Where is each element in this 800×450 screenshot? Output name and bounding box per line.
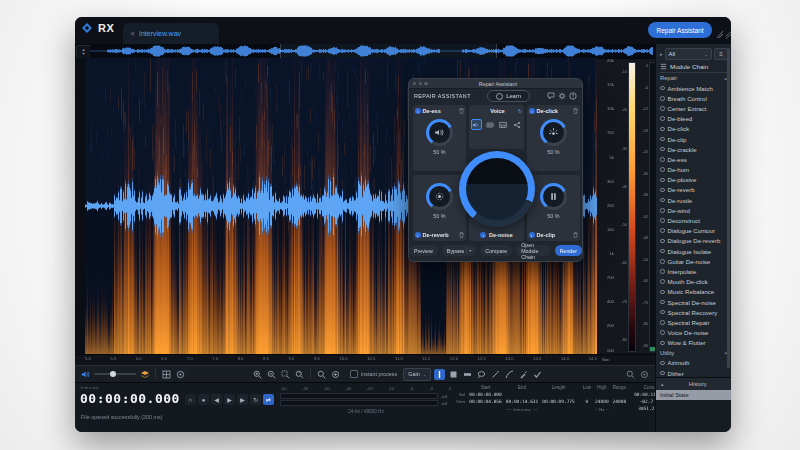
de-ess-delete-icon[interactable] — [459, 108, 464, 114]
dialog-titlebar[interactable]: Repair Assistant — [409, 79, 582, 89]
overview-view-region[interactable] — [280, 44, 497, 58]
overview-down-icon[interactable]: ▼ — [82, 52, 86, 56]
de-clip-delete-icon[interactable] — [573, 232, 578, 238]
bypass-button[interactable]: Bypass ▾ — [442, 245, 476, 256]
preview-button[interactable]: Preview — [409, 245, 438, 256]
tape-type-icon[interactable] — [484, 119, 495, 130]
monitor-volume-slider[interactable] — [94, 369, 136, 380]
sidebar-item-dialogue-isolate[interactable]: Dialogue Isolate — [660, 246, 728, 256]
compare-button[interactable]: Compare — [480, 245, 512, 256]
learn-button[interactable]: Learn — [487, 90, 530, 102]
feedback-icon[interactable] — [546, 92, 555, 101]
time-selection-tool[interactable] — [434, 369, 445, 380]
loop-button[interactable]: ↻ — [250, 394, 261, 405]
sidebar-item-breath-control[interactable]: Breath Control — [660, 93, 728, 103]
zoom-reset-icon[interactable] — [294, 369, 305, 380]
sidebar-item-de-reverb[interactable]: De-reverb — [660, 185, 728, 195]
minimize-window-icon[interactable] — [419, 82, 422, 85]
de-clip-info-icon[interactable]: i — [529, 232, 535, 238]
open-module-chain-button[interactable]: Open Module Chain — [516, 245, 551, 256]
voice-refresh-icon[interactable]: ↻ — [518, 108, 522, 114]
settings-gear-icon[interactable] — [557, 92, 566, 101]
amplitude-colorbar[interactable] — [628, 62, 636, 352]
de-clip-knob[interactable] — [540, 183, 567, 210]
loop-playback-button[interactable]: ⇄ — [263, 394, 274, 405]
close-window-icon[interactable] — [413, 82, 416, 85]
tab-close-icon[interactable]: ✕ — [130, 30, 135, 37]
instant-process-checkbox[interactable]: instant process — [350, 370, 397, 378]
sidebar-item-de-plosive[interactable]: De-plosive — [660, 175, 728, 185]
checkbox-box[interactable] — [350, 370, 358, 378]
zoom-in-icon[interactable] — [252, 369, 263, 380]
find-similar-icon[interactable] — [625, 369, 636, 380]
de-ess-knob[interactable] — [426, 119, 453, 146]
sidebar-item-guitar-de-noise[interactable]: Guitar De-noise — [660, 256, 728, 266]
spectrogram-settings-icon[interactable] — [175, 369, 186, 380]
de-reverb-knob[interactable] — [426, 183, 453, 210]
more-options-icon[interactable] — [639, 369, 650, 380]
de-click-delete-icon[interactable] — [573, 108, 578, 114]
master-amount-knob[interactable] — [459, 151, 535, 227]
layout-icon[interactable] — [725, 25, 731, 35]
monitor-volume-icon[interactable] — [80, 369, 91, 380]
lasso-selection-tool[interactable] — [476, 369, 487, 380]
sidebar-item-de-rustle[interactable]: De-rustle — [660, 195, 728, 205]
frequency-selection-tool[interactable] — [462, 369, 473, 380]
confirm-selection-icon[interactable] — [532, 369, 543, 380]
sidebar-item-azimuth[interactable]: Azimuth — [660, 358, 728, 368]
music-type-icon[interactable] — [498, 119, 509, 130]
sidebar-item-deconstruct[interactable]: Deconstruct — [660, 215, 728, 225]
sidebar-item-dialogue-contour[interactable]: Dialogue Contour — [660, 226, 728, 236]
sidebar-item-de-crackle[interactable]: De-crackle — [660, 144, 728, 154]
de-click-knob[interactable] — [540, 119, 567, 146]
composite-view-icon[interactable] — [139, 369, 150, 380]
de-ess-info-icon[interactable]: i — [415, 108, 421, 114]
time-frequency-selection-tool[interactable] — [448, 369, 459, 380]
process-module-dropdown[interactable]: Gain ⌄ — [403, 368, 431, 381]
zoom-out-icon[interactable] — [266, 369, 277, 380]
help-icon[interactable]: ? — [568, 92, 577, 101]
sidebar-item-spectral-de-noise[interactable]: Spectral De-noise — [660, 297, 728, 307]
slider-thumb[interactable] — [110, 371, 116, 377]
time-format-selector[interactable]: h:m:s.ms — [81, 385, 99, 390]
grid-view-icon[interactable] — [161, 369, 172, 380]
module-list-menu-button[interactable]: ≡ — [714, 48, 728, 60]
record-button[interactable]: ● — [198, 394, 209, 405]
repair-section-header[interactable]: Repair ▲ — [660, 73, 728, 83]
sidebar-item-de-clip[interactable]: De-clip — [660, 134, 728, 144]
sidebar-item-spectral-recovery[interactable]: Spectral Recovery — [660, 307, 728, 317]
magic-wand-tool[interactable] — [490, 369, 501, 380]
monitor-button[interactable]: ∩ — [185, 394, 196, 405]
overview-zoom-widget[interactable]: ▲ ▼ — [76, 45, 91, 59]
overview-strip[interactable]: ▲ ▼ — [75, 44, 655, 59]
sidebar-item-mouth-de-click[interactable]: Mouth De-click — [660, 277, 728, 287]
sidebar-item-spectral-repair[interactable]: Spectral Repair — [660, 317, 728, 327]
zoom-tool[interactable] — [504, 369, 515, 380]
play-button[interactable]: ▶ — [224, 394, 235, 405]
brush-tool[interactable] — [518, 369, 529, 380]
de-click-info-icon[interactable]: i — [529, 108, 535, 114]
module-filter-dropdown[interactable]: All ⌄ — [665, 48, 712, 60]
repair-assistant-button[interactable]: Repair Assistant — [648, 22, 712, 38]
history-collapse-icon[interactable]: ▲ — [660, 382, 664, 387]
de-noise-info-icon[interactable]: i — [480, 232, 486, 238]
sidebar-item-interpolate[interactable]: Interpolate — [660, 266, 728, 276]
sidebar-item-center-extract[interactable]: Center Extract — [660, 103, 728, 113]
sidebar-item-de-wind[interactable]: De-wind — [660, 205, 728, 215]
sidebar-item-de-bleed[interactable]: De-bleed — [660, 114, 728, 124]
grab-tool-icon[interactable] — [330, 369, 341, 380]
sidebar-item-de-ess[interactable]: De-ess — [660, 154, 728, 164]
sidebar-item-dialogue-de-reverb[interactable]: Dialogue De-reverb — [660, 236, 728, 246]
workspace-icon[interactable] — [716, 25, 725, 35]
rewind-button[interactable]: ◀ — [211, 394, 222, 405]
bypass-caret-icon[interactable]: ▾ — [469, 248, 471, 253]
render-button[interactable]: Render — [555, 245, 582, 256]
history-entry-initial-state[interactable]: Initial State — [656, 390, 731, 400]
sidebar-item-de-hum[interactable]: De-hum — [660, 165, 728, 175]
filter-collapse-icon[interactable]: ▸ — [660, 51, 663, 57]
de-reverb-info-icon[interactable]: i — [415, 232, 421, 238]
sidebar-item-music-rebalance[interactable]: Music Rebalance — [660, 287, 728, 297]
magnifier-tool-icon[interactable] — [316, 369, 327, 380]
forward-button[interactable]: ▶ — [237, 394, 248, 405]
voice-type-icon[interactable] — [471, 119, 482, 130]
